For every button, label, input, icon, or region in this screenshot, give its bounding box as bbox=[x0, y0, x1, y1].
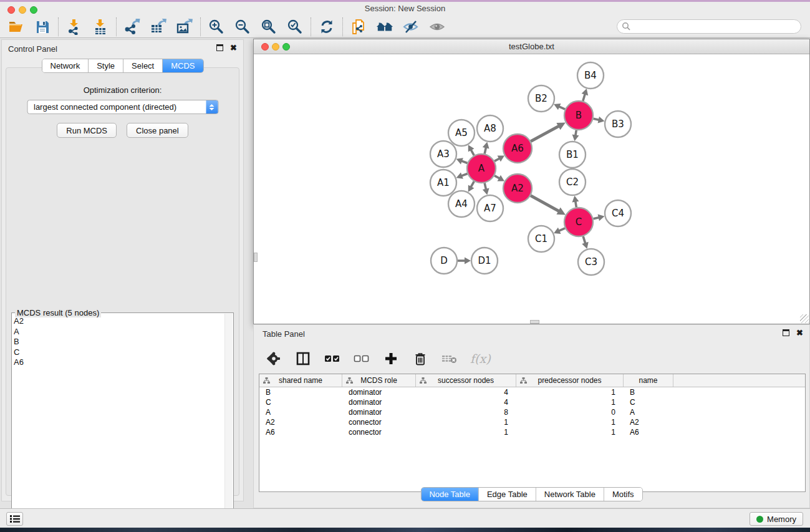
table-cell: C bbox=[259, 398, 342, 407]
open-session-icon[interactable] bbox=[7, 18, 25, 36]
unselect-all-icon[interactable] bbox=[353, 350, 370, 367]
network-canvas[interactable]: B4B2BB3A5A8A6A3B1AA1C2A2A4A7C4CC1DD1C3 bbox=[254, 55, 809, 324]
run-mcds-button[interactable]: Run MCDS bbox=[57, 123, 117, 138]
control-panel-tabs: NetworkStyleSelectMCDS bbox=[41, 59, 203, 73]
graph-node-label: A2 bbox=[511, 183, 524, 194]
graph-edge-A6-B[interactable] bbox=[531, 126, 559, 142]
zoom-out-icon[interactable] bbox=[234, 18, 251, 36]
table-body: Bdominator41BCdominator41CAdominator80AA… bbox=[259, 387, 805, 437]
close-panel-icon[interactable]: ✖ bbox=[230, 44, 237, 51]
export-network-icon[interactable] bbox=[123, 18, 141, 36]
table-cell: 0 bbox=[516, 408, 624, 417]
canvas-left-handle[interactable] bbox=[254, 253, 258, 262]
select-all-icon[interactable] bbox=[324, 350, 341, 367]
table-cell: 1 bbox=[516, 428, 624, 437]
hide-panels-icon[interactable] bbox=[402, 18, 420, 36]
table-cell: A6 bbox=[624, 428, 673, 437]
result-list-item[interactable]: A2 bbox=[14, 316, 222, 327]
refresh-layout-icon[interactable] bbox=[318, 18, 335, 36]
split-panel-icon[interactable] bbox=[294, 350, 312, 367]
result-list-item[interactable]: B bbox=[14, 337, 222, 347]
tab-edge-table[interactable]: Edge Table bbox=[479, 488, 536, 501]
graph-node-label: B1 bbox=[566, 149, 579, 160]
tab-style[interactable]: Style bbox=[89, 59, 123, 72]
table-header-row: shared nameMCDS rolesuccessor nodesprede… bbox=[259, 374, 805, 387]
table-row[interactable]: A6connector11A6 bbox=[259, 427, 805, 437]
column-header-predecessor-nodes[interactable]: predecessor nodes bbox=[516, 374, 624, 387]
result-list-item[interactable]: A bbox=[14, 327, 222, 337]
column-header-shared-name[interactable]: shared name bbox=[259, 374, 342, 387]
show-panels-icon[interactable] bbox=[428, 18, 446, 36]
result-scrollbar[interactable] bbox=[224, 314, 233, 522]
task-history-button[interactable] bbox=[6, 512, 23, 526]
zoom-selected-icon[interactable] bbox=[286, 18, 304, 36]
graph-node-label: C2 bbox=[566, 177, 579, 188]
table-cell: dominator bbox=[342, 398, 416, 407]
window-resize-grip[interactable] bbox=[800, 314, 809, 323]
tab-network[interactable]: Network bbox=[42, 59, 89, 72]
add-column-icon[interactable] bbox=[382, 350, 400, 367]
table-settings-icon[interactable] bbox=[265, 350, 282, 367]
graph-edge-arrowhead bbox=[572, 135, 579, 142]
zoom-fit-icon[interactable] bbox=[260, 18, 277, 36]
float-panel-icon[interactable] bbox=[216, 44, 223, 51]
table-panel: Table Panel ✖ bbox=[253, 324, 810, 508]
graph-node-label: B4 bbox=[584, 70, 597, 81]
memory-button[interactable]: Memory bbox=[750, 512, 803, 526]
network-graph: B4B2BB3A5A8A6A3B1AA1C2A2A4A7C4CC1DD1C3 bbox=[254, 55, 809, 324]
import-network-icon[interactable] bbox=[65, 18, 83, 36]
float-table-panel-icon[interactable] bbox=[783, 329, 789, 336]
canvas-bottom-handle[interactable] bbox=[530, 320, 539, 324]
column-type-icon bbox=[346, 377, 353, 384]
table-cell: 1 bbox=[516, 418, 624, 427]
criterion-selected-value: largest connected component (directed) bbox=[27, 102, 206, 112]
result-list-item[interactable]: A6 bbox=[14, 357, 222, 368]
table-row[interactable]: Adominator80A bbox=[259, 407, 805, 417]
network-window-titlebar[interactable]: testGlobe.txt bbox=[254, 39, 809, 54]
table-row[interactable]: A2connector11A2 bbox=[259, 417, 805, 427]
graph-edge-arrowhead bbox=[483, 142, 489, 148]
main-toolbar bbox=[0, 16, 810, 38]
export-image-icon[interactable] bbox=[176, 18, 193, 36]
close-panel-button[interactable]: Close panel bbox=[127, 123, 188, 138]
tab-node-table[interactable]: Node Table bbox=[421, 488, 479, 501]
select-stepper-icon bbox=[206, 100, 218, 114]
mcds-result-list: A2ABCA6 bbox=[14, 316, 222, 520]
tab-mcds[interactable]: MCDS bbox=[163, 59, 203, 72]
main-titlebar: Session: New Session bbox=[0, 2, 810, 16]
graph-node-label: B3 bbox=[612, 118, 624, 130]
tab-network-table[interactable]: Network Table bbox=[536, 488, 604, 501]
graph-edge-A2-C[interactable] bbox=[531, 196, 559, 212]
result-list-item[interactable]: C bbox=[14, 347, 222, 358]
graph-node-label: A5 bbox=[455, 127, 468, 138]
export-table-icon[interactable] bbox=[150, 18, 167, 36]
column-header-successor-nodes[interactable]: successor nodes bbox=[416, 374, 516, 387]
function-builder-icon: f(x) bbox=[470, 352, 491, 365]
search-input[interactable] bbox=[617, 19, 801, 34]
tab-motifs[interactable]: Motifs bbox=[604, 488, 642, 501]
close-table-panel-icon[interactable]: ✖ bbox=[796, 329, 803, 336]
column-header-MCDS-role[interactable]: MCDS role bbox=[342, 374, 416, 387]
column-type-icon bbox=[263, 377, 270, 384]
delete-column-icon[interactable] bbox=[412, 350, 429, 367]
tab-select[interactable]: Select bbox=[123, 59, 163, 72]
home-icon[interactable] bbox=[376, 18, 393, 36]
zoom-in-icon[interactable] bbox=[208, 18, 225, 36]
graph-node-label: A4 bbox=[455, 198, 468, 210]
table-cell: B bbox=[624, 388, 673, 397]
network-view-window: testGlobe.txt B4B2BB3A5A8A6A3B1AA1C2A2A4… bbox=[253, 39, 810, 324]
graph-node-label: C3 bbox=[585, 256, 597, 268]
table-row[interactable]: Cdominator41C bbox=[259, 397, 805, 407]
table-row[interactable]: Bdominator41B bbox=[259, 387, 805, 397]
graph-edge-arrowhead bbox=[582, 89, 589, 95]
criterion-select[interactable]: largest connected component (directed) bbox=[27, 100, 218, 114]
mcds-result-box: MCDS result (5 nodes) A2ABCA6 bbox=[11, 312, 234, 523]
new-network-from-selection-icon[interactable] bbox=[350, 18, 367, 36]
desktop-wallpaper bbox=[0, 528, 810, 532]
table-cell: 1 bbox=[416, 418, 516, 427]
save-session-icon[interactable] bbox=[34, 18, 51, 36]
mcds-tab-content: Optimization criterion: largest connecte… bbox=[6, 67, 239, 496]
import-table-icon[interactable] bbox=[92, 18, 109, 36]
control-panel-title: Control Panel bbox=[8, 44, 57, 54]
column-header-name[interactable]: name bbox=[624, 374, 673, 387]
